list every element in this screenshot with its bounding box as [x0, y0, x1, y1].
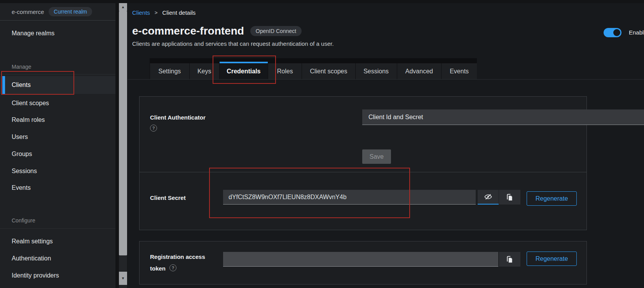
active-item-accent-bar [2, 76, 5, 94]
sidebar-divider [0, 228, 115, 229]
regenerate-token-button[interactable]: Regenerate [527, 252, 577, 266]
tab-credentials[interactable]: Credentials [220, 62, 268, 79]
client-authenticator-label: Client Authenticator [150, 114, 206, 121]
tab-roles[interactable]: Roles [268, 63, 302, 79]
page-header: e-commerce-frontend OpenID Connect [132, 25, 302, 37]
scrollbar-up-button[interactable]: ▲ [119, 3, 127, 11]
breadcrumb-separator-icon: > [155, 10, 158, 16]
client-authenticator-card: Client Authenticator ? Client Id and Sec… [139, 96, 587, 172]
sidebar-divider [0, 20, 115, 21]
scroll-up-icon: ▲ [121, 5, 125, 9]
sidebar-section-configure: Configure [12, 217, 35, 224]
sidebar-item-users[interactable]: Users [0, 128, 115, 146]
registration-token-input[interactable] [223, 252, 498, 267]
registration-token-label-line2: token [150, 265, 166, 272]
client-authenticator-value: Client Id and Secret [368, 114, 423, 121]
sidebar-item-client-scopes[interactable]: Client scopes [0, 95, 115, 112]
sidebar-item-manage-realms[interactable]: Manage realms [0, 25, 115, 42]
show-secret-button[interactable] [478, 190, 499, 205]
sidebar-item-realm-roles[interactable]: Realm roles [0, 111, 115, 128]
breadcrumb-current: Client details [162, 9, 195, 16]
scrollbar-down-button[interactable]: ▼ [119, 272, 127, 285]
breadcrumb-clients-link[interactable]: Clients [132, 9, 150, 16]
registration-token-card: Registration access token ? Regenerate [139, 241, 587, 285]
sidebar-item-clients[interactable]: Clients [0, 76, 115, 94]
sidebar-item-groups[interactable]: Groups [0, 146, 115, 163]
copy-icon [506, 255, 514, 264]
eye-slash-icon [484, 193, 492, 201]
sidebar-nav: e-commerce Current realm Manage realms M… [0, 3, 115, 288]
tab-sessions[interactable]: Sessions [356, 63, 397, 79]
client-secret-label: Client Secret [150, 194, 186, 201]
enabled-toggle[interactable] [604, 28, 621, 37]
copy-icon [506, 193, 514, 201]
protocol-badge: OpenID Connect [250, 26, 302, 36]
realm-selector[interactable]: e-commerce Current realm [12, 5, 92, 18]
copy-secret-button[interactable] [499, 190, 520, 205]
sidebar-item-realm-settings[interactable]: Realm settings [0, 233, 115, 250]
page-title: e-commerce-frontend [132, 25, 244, 37]
current-realm-badge: Current realm [49, 7, 92, 16]
client-tabs: Settings Keys Credentials Roles Client s… [150, 58, 477, 79]
save-button[interactable]: Save [362, 149, 391, 164]
sidebar-divider [0, 74, 115, 75]
tab-client-scopes[interactable]: Client scopes [302, 63, 355, 79]
tab-advanced[interactable]: Advanced [397, 63, 442, 79]
client-secret-card: Client Secret Regenerate [139, 172, 587, 230]
tab-keys[interactable]: Keys [190, 63, 219, 79]
regenerate-secret-button[interactable]: Regenerate [527, 191, 577, 206]
sidebar-item-authentication[interactable]: Authentication [0, 250, 115, 267]
scrollbar-thumb[interactable] [119, 11, 127, 255]
scroll-down-icon: ▼ [121, 276, 125, 280]
help-icon[interactable]: ? [150, 125, 157, 132]
page-description: Clients are applications and services th… [132, 40, 334, 47]
tab-settings[interactable]: Settings [150, 63, 189, 79]
registration-token-label-line1: Registration access [150, 253, 205, 260]
toggle-knob [613, 29, 620, 36]
sidebar-section-manage: Manage [12, 64, 31, 70]
sidebar-item-identity-providers[interactable]: Identity providers [0, 267, 115, 284]
client-authenticator-select[interactable]: Client Id and Secret [362, 109, 644, 125]
help-icon[interactable]: ? [169, 264, 176, 271]
realm-name: e-commerce [12, 9, 44, 15]
tabs-underline [127, 79, 644, 80]
client-secret-input[interactable] [223, 190, 476, 205]
sidebar-item-events[interactable]: Events [0, 179, 115, 196]
keycloak-admin-console: e-commerce Current realm Manage realms M… [0, 0, 644, 288]
breadcrumb: Clients > Client details [132, 9, 195, 16]
tab-events[interactable]: Events [442, 63, 477, 79]
sidebar-item-sessions[interactable]: Sessions [0, 163, 115, 180]
enabled-toggle-label: Enabled [629, 29, 644, 36]
copy-token-button[interactable] [499, 252, 520, 267]
